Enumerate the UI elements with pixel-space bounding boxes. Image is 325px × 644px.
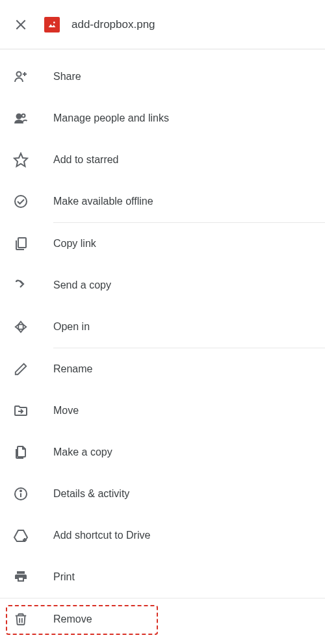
copy-link-icon [13, 236, 29, 251]
share-label: Share [53, 71, 81, 83]
offline-item[interactable]: Make available offline [0, 181, 325, 222]
svg-point-3 [17, 72, 21, 77]
svg-marker-8 [14, 153, 27, 166]
svg-point-2 [53, 21, 55, 23]
copy-link-item[interactable]: Copy link [0, 223, 325, 264]
manage-people-item[interactable]: Manage people and links [0, 97, 325, 139]
move-label: Move [53, 405, 79, 417]
svg-rect-10 [18, 238, 26, 248]
remove-label: Remove [53, 613, 92, 625]
details-item[interactable]: Details & activity [0, 473, 325, 515]
people-icon [13, 110, 29, 126]
svg-marker-12 [18, 329, 23, 333]
close-icon [14, 18, 27, 31]
remove-item[interactable]: Remove [0, 599, 325, 640]
svg-point-7 [22, 114, 25, 118]
make-copy-label: Make a copy [53, 446, 112, 458]
header: add-dropbox.png [0, 0, 325, 49]
info-icon [13, 486, 29, 502]
manage-people-label: Manage people and links [53, 112, 169, 124]
print-label: Print [53, 571, 75, 583]
add-starred-item[interactable]: Add to starred [0, 139, 325, 181]
open-in-icon [13, 319, 29, 335]
svg-marker-14 [23, 324, 27, 329]
details-label: Details & activity [53, 488, 129, 500]
move-item[interactable]: Move [0, 390, 325, 431]
send-icon [13, 277, 29, 293]
offline-icon [13, 194, 29, 209]
svg-marker-13 [16, 324, 19, 329]
trash-icon [13, 612, 29, 627]
image-file-icon [44, 17, 60, 32]
print-icon [13, 569, 29, 585]
file-info: add-dropbox.png [44, 17, 155, 32]
send-copy-item[interactable]: Send a copy [0, 264, 325, 306]
actions-menu: Share Manage people and links Add to sta… [0, 49, 325, 640]
copy-link-label: Copy link [53, 238, 96, 250]
rename-item[interactable]: Rename [0, 348, 325, 390]
share-icon [13, 69, 29, 84]
pencil-icon [13, 361, 29, 377]
copy-icon [13, 444, 29, 460]
drive-shortcut-icon [13, 528, 29, 543]
make-copy-item[interactable]: Make a copy [0, 431, 325, 473]
star-icon [13, 152, 29, 168]
svg-point-18 [20, 491, 21, 492]
svg-marker-11 [18, 322, 23, 325]
file-name: add-dropbox.png [72, 18, 155, 31]
print-item[interactable]: Print [0, 556, 325, 598]
send-copy-label: Send a copy [53, 279, 111, 291]
share-item[interactable]: Share [0, 56, 325, 97]
open-in-label: Open in [53, 321, 90, 333]
move-icon [13, 403, 29, 419]
open-in-item[interactable]: Open in [0, 306, 325, 348]
close-button[interactable] [13, 17, 29, 32]
rename-label: Rename [53, 363, 92, 375]
offline-label: Make available offline [53, 196, 153, 207]
svg-point-6 [17, 114, 21, 119]
add-starred-label: Add to starred [53, 154, 119, 166]
svg-point-9 [15, 196, 27, 207]
add-shortcut-label: Add shortcut to Drive [53, 530, 150, 541]
add-shortcut-item[interactable]: Add shortcut to Drive [0, 515, 325, 556]
